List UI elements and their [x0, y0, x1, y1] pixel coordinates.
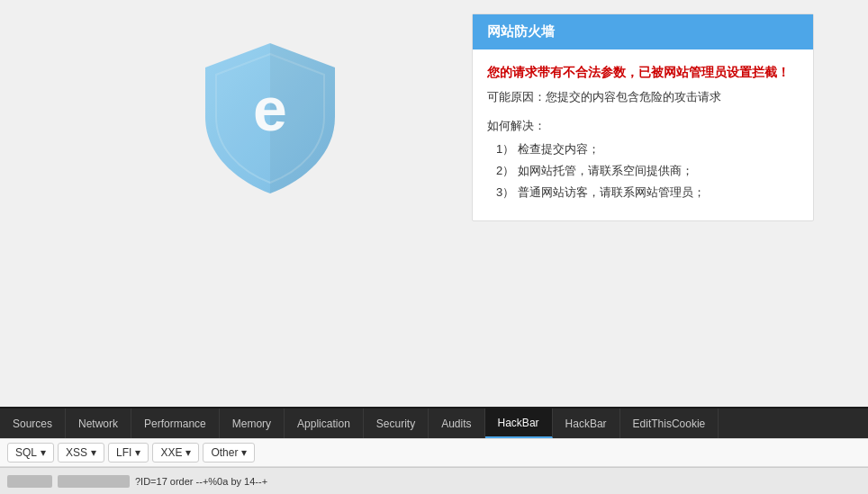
url-query-string: ?ID=17 order --+%0a by 14--+: [135, 476, 267, 487]
url-bar: ?ID=17 order --+%0a by 14--+: [0, 467, 868, 494]
main-content: e 网站防火墙 您的请求带有不合法参数，已被网站管理员设置拦截！ 可能原因：您提…: [0, 0, 868, 407]
xxe-dropdown[interactable]: XXE ▾: [152, 443, 199, 463]
sql-dropdown[interactable]: SQL ▾: [7, 443, 54, 463]
tab-sources[interactable]: Sources: [0, 409, 66, 438]
firewall-blocked-message: 您的请求带有不合法参数，已被网站管理员设置拦截！: [487, 64, 799, 82]
firewall-step-1: 1） 检查提交内容；: [496, 141, 799, 157]
firewall-step-3: 3） 普通网站访客，请联系网站管理员；: [496, 184, 799, 201]
chevron-down-icon: ▾: [135, 446, 140, 459]
firewall-body: 您的请求带有不合法参数，已被网站管理员设置拦截！ 可能原因：您提交的内容包含危险…: [473, 49, 813, 220]
url-text-area: ?ID=17 order --+%0a by 14--+: [7, 475, 267, 488]
firewall-title: 网站防火墙: [487, 23, 555, 39]
firewall-box: 网站防火墙 您的请求带有不合法参数，已被网站管理员设置拦截！ 可能原因：您提交的…: [472, 13, 814, 221]
chevron-down-icon: ▾: [91, 446, 96, 459]
tab-memory[interactable]: Memory: [220, 409, 285, 438]
chevron-down-icon: ▾: [241, 446, 247, 459]
tab-performance[interactable]: Performance: [131, 409, 220, 438]
tab-editthiscookie[interactable]: EditThisCookie: [620, 409, 719, 438]
tab-audits[interactable]: Audits: [429, 409, 484, 438]
other-dropdown[interactable]: Other ▾: [203, 443, 255, 463]
devtools-tabbar: Sources Network Performance Memory Appli…: [0, 407, 868, 438]
xss-dropdown[interactable]: XSS ▾: [58, 443, 104, 463]
svg-text:e: e: [253, 75, 287, 143]
url-blurred-part-2: [58, 475, 130, 488]
chevron-down-icon: ▾: [185, 446, 191, 459]
tab-application[interactable]: Application: [285, 409, 364, 438]
tab-network[interactable]: Network: [66, 409, 131, 438]
tab-hackbar[interactable]: HackBar: [553, 409, 620, 438]
hackbar-toolbar: SQL ▾ XSS ▾ LFI ▾ XXE ▾ Other ▾: [0, 438, 868, 467]
lfi-dropdown[interactable]: LFI ▾: [108, 443, 149, 463]
firewall-reason: 可能原因：您提交的内容包含危险的攻击请求: [487, 89, 799, 105]
tab-security[interactable]: Security: [364, 409, 429, 438]
firewall-steps: 1） 检查提交内容； 2） 如网站托管，请联系空间提供商； 3） 普通网站访客，…: [487, 141, 799, 201]
url-blurred-part-1: [7, 475, 52, 488]
shield-icon: e: [198, 36, 342, 198]
firewall-step-2: 2） 如网站托管，请联系空间提供商；: [496, 163, 799, 179]
chevron-down-icon: ▾: [41, 446, 46, 459]
firewall-header: 网站防火墙: [473, 14, 813, 49]
tab-hackbar-active[interactable]: HackBar: [485, 409, 553, 438]
shield-area: e: [180, 27, 360, 207]
firewall-howto-label: 如何解决：: [487, 118, 799, 134]
